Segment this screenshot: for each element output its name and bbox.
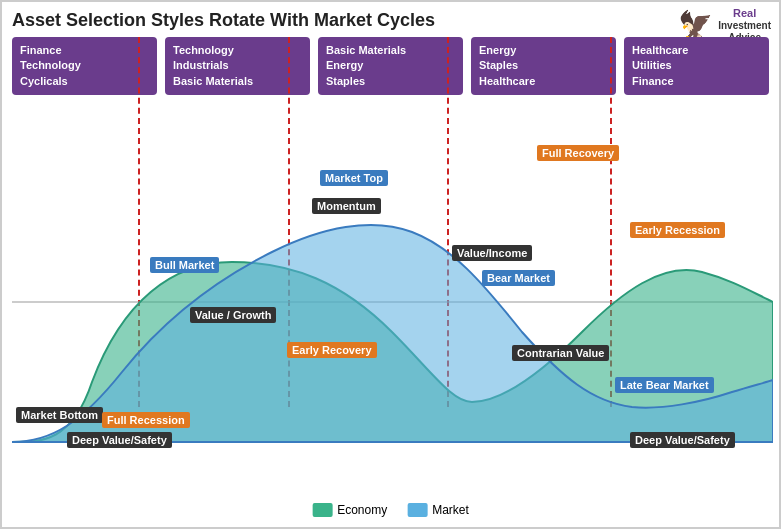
sector-box-5: HealthcareUtilitiesFinance [624, 37, 769, 95]
label-late-bear-market: Late Bear Market [615, 377, 714, 393]
legend-economy-item: Economy [312, 503, 387, 517]
label-full-recession: Full Recession [102, 412, 190, 428]
chart-legend: Economy Market [312, 503, 469, 517]
label-full-recovery: Full Recovery [537, 145, 619, 161]
chart-title: Asset Selection Styles Rotate With Marke… [12, 10, 435, 31]
label-market-bottom: Market Bottom [16, 407, 103, 423]
label-value-growth: Value / Growth [190, 307, 276, 323]
label-bull-market: Bull Market [150, 257, 219, 273]
label-market-top: Market Top [320, 170, 388, 186]
sector-box-3: Basic MaterialsEnergyStaples [318, 37, 463, 95]
label-contrarian-value: Contrarian Value [512, 345, 609, 361]
legend-economy-label: Economy [337, 503, 387, 517]
label-deep-value-left: Deep Value/Safety [67, 432, 172, 448]
sector-box-1: FinanceTechnologyCyclicals [12, 37, 157, 95]
label-deep-value-right: Deep Value/Safety [630, 432, 735, 448]
legend-economy-color [312, 503, 332, 517]
legend-market-color [407, 503, 427, 517]
label-early-recovery: Early Recovery [287, 342, 377, 358]
sector-boxes: FinanceTechnologyCyclicals TechnologyInd… [12, 37, 769, 95]
label-value-income: Value/Income [452, 245, 532, 261]
sector-box-4: EnergyStaplesHealthcare [471, 37, 616, 95]
main-container: Asset Selection Styles Rotate With Marke… [0, 0, 781, 529]
label-momentum: Momentum [312, 198, 381, 214]
legend-market-label: Market [432, 503, 469, 517]
legend-market-item: Market [407, 503, 469, 517]
label-early-recession: Early Recession [630, 222, 725, 238]
label-bear-market: Bear Market [482, 270, 555, 286]
